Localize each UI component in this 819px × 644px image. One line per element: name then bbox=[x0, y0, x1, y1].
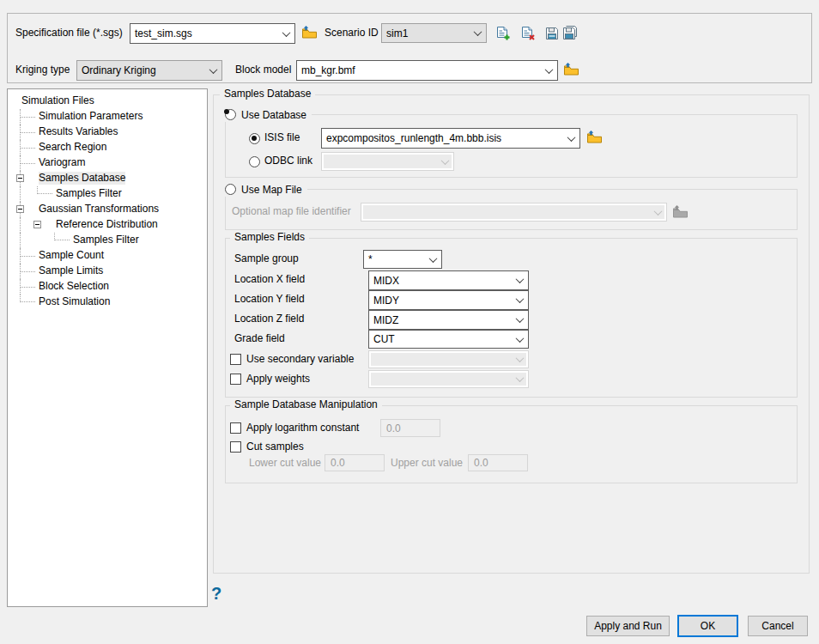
tree-item-simulation-files[interactable]: Simulation Files bbox=[8, 94, 207, 109]
tree-connector-elbow bbox=[37, 186, 52, 194]
tree-item-simulation-parameters[interactable]: Simulation Parameters bbox=[8, 109, 207, 125]
browse-map-file-button-disabled bbox=[671, 204, 689, 220]
tree-item-sample-count[interactable]: Sample Count bbox=[8, 248, 207, 264]
chevron-down-icon bbox=[436, 159, 453, 165]
tree-connector-line bbox=[21, 117, 35, 118]
apply-and-run-button[interactable]: Apply and Run bbox=[586, 616, 670, 636]
chevron-down-icon[interactable] bbox=[511, 337, 528, 343]
location-z-field-combo[interactable]: MIDZ bbox=[368, 310, 529, 330]
location-x-field-label: Location X field bbox=[234, 273, 305, 286]
chevron-down-icon[interactable] bbox=[540, 68, 557, 74]
tree-item-label: Sample Count bbox=[39, 249, 104, 262]
tree: Simulation FilesSimulation ParametersRes… bbox=[7, 88, 208, 607]
grade-field-combo[interactable]: CUT bbox=[368, 330, 529, 349]
use-database-label: Use Database bbox=[241, 109, 306, 121]
chevron-down-icon[interactable] bbox=[277, 31, 294, 37]
block-model-combo[interactable]: mb_kgr.bmf bbox=[296, 60, 558, 81]
browse-block-model-button[interactable] bbox=[562, 62, 579, 77]
use-map-file-radio[interactable] bbox=[225, 184, 236, 195]
browse-spec-file-button[interactable] bbox=[300, 25, 318, 40]
use-database-radio[interactable] bbox=[225, 109, 236, 120]
upper-cut-value: 0.0 bbox=[474, 457, 488, 469]
isis-file-radio[interactable] bbox=[249, 133, 260, 144]
scenario-id-combo[interactable]: sim1 bbox=[381, 23, 487, 43]
tree-item-search-region[interactable]: Search Region bbox=[8, 140, 207, 155]
simulation-dialog: Specification file (*.sgs) test_sim.sgs … bbox=[0, 0, 819, 644]
chevron-down-icon[interactable] bbox=[204, 68, 221, 74]
tree-item-samples-filter[interactable]: Samples Filter bbox=[8, 186, 207, 202]
spec-file-combo[interactable]: test_sim.sgs bbox=[130, 23, 295, 44]
location-y-field-label: Location Y field bbox=[234, 293, 305, 306]
apply-weights-checkbox[interactable] bbox=[230, 374, 241, 385]
open-folder-icon bbox=[563, 63, 579, 76]
tree-connector-line bbox=[21, 271, 35, 272]
location-x-field-combo[interactable]: MIDX bbox=[368, 270, 529, 290]
kriging-type-label: Kriging type bbox=[15, 64, 70, 76]
tree-item-label: Reference Distribution bbox=[56, 218, 158, 231]
location-y-field-combo[interactable]: MIDY bbox=[368, 290, 529, 310]
browse-isis-file-button[interactable] bbox=[585, 130, 603, 145]
chevron-down-icon[interactable] bbox=[511, 297, 528, 303]
tree-item-reference-distribution[interactable]: Reference Distribution bbox=[8, 217, 207, 233]
isis-file-label: ISIS file bbox=[264, 131, 300, 144]
tree-item-post-simulation[interactable]: Post Simulation bbox=[8, 295, 207, 310]
tree-expander-collapse-icon[interactable] bbox=[33, 221, 41, 228]
block-model-label: Block model bbox=[235, 64, 291, 76]
use-secondary-variable-label: Use secondary variable bbox=[246, 353, 354, 366]
use-database-radio-row[interactable]: Use Database bbox=[222, 107, 312, 122]
tree-expander-collapse-icon[interactable] bbox=[16, 205, 24, 213]
tree-item-samples-database[interactable]: Samples Database bbox=[8, 171, 207, 186]
sample-group-combo[interactable]: * bbox=[363, 250, 442, 269]
tree-item-label: Variogram bbox=[39, 156, 85, 169]
kriging-type-combo[interactable]: Ordinary Kriging bbox=[76, 60, 222, 81]
tree-item-block-selection[interactable]: Block Selection bbox=[8, 279, 207, 295]
tree-item-samples-filter[interactable]: Samples Filter bbox=[8, 233, 207, 248]
location-z-field-label: Location Z field bbox=[234, 313, 304, 325]
tree-connector-line bbox=[21, 256, 35, 257]
location-x-field-value: MIDX bbox=[369, 275, 511, 287]
tree-item-label: Gaussian Transformations bbox=[39, 203, 159, 216]
isis-file-combo[interactable]: expcompositos_runlength_4m.bbb.isis bbox=[321, 128, 580, 149]
new-scenario-button[interactable] bbox=[494, 25, 512, 42]
tree-connector-line bbox=[21, 132, 35, 133]
sample-group-value: * bbox=[364, 253, 424, 265]
ok-button[interactable]: OK bbox=[677, 615, 738, 637]
help-button[interactable]: ? bbox=[211, 584, 221, 603]
lower-cut-value-label: Lower cut value bbox=[249, 457, 321, 470]
delete-scenario-icon bbox=[521, 26, 536, 41]
save-scenario-as-button[interactable] bbox=[561, 24, 579, 41]
tree-item-gaussian-transformations[interactable]: Gaussian Transformations bbox=[8, 202, 207, 217]
isis-file-value: expcompositos_runlength_4m.bbb.isis bbox=[322, 132, 562, 144]
cut-samples-checkbox[interactable] bbox=[230, 441, 241, 453]
save-scenario-button[interactable] bbox=[544, 26, 560, 41]
tree-item-label: Sample Limits bbox=[39, 264, 103, 277]
tree-item-label: Samples Database bbox=[39, 172, 125, 185]
tree-item-variogram[interactable]: Variogram bbox=[8, 155, 207, 171]
apply-weights-combo bbox=[368, 370, 529, 388]
new-scenario-icon bbox=[496, 26, 511, 41]
chevron-down-icon[interactable] bbox=[424, 257, 441, 263]
tree-guide-line bbox=[20, 217, 21, 233]
use-secondary-variable-checkbox[interactable] bbox=[230, 354, 241, 365]
tree-connector-line bbox=[21, 287, 35, 288]
tree-expander-collapse-icon[interactable] bbox=[16, 174, 24, 182]
tree-item-label: Results Variables bbox=[39, 125, 118, 138]
tree-item-results-variables[interactable]: Results Variables bbox=[8, 125, 207, 140]
lower-cut-value-input: 0.0 bbox=[325, 454, 385, 471]
delete-scenario-button[interactable] bbox=[519, 25, 537, 42]
odbc-link-radio[interactable] bbox=[249, 156, 260, 167]
scenario-id-label: Scenario ID bbox=[325, 27, 379, 39]
samples-fields-group-title: Samples Fields bbox=[230, 231, 309, 244]
chevron-down-icon[interactable] bbox=[511, 277, 528, 283]
chevron-down-icon bbox=[511, 376, 528, 382]
use-map-file-radio-row[interactable]: Use Map File bbox=[222, 182, 307, 197]
chevron-down-icon[interactable] bbox=[562, 136, 579, 142]
tree-item-sample-limits[interactable]: Sample Limits bbox=[8, 264, 207, 279]
tree-item-label: Samples Filter bbox=[56, 187, 122, 200]
apply-logarithm-constant-checkbox[interactable] bbox=[230, 422, 241, 434]
cancel-button[interactable]: Cancel bbox=[748, 616, 808, 636]
sample-database-manipulation-group bbox=[225, 405, 798, 483]
chevron-down-icon[interactable] bbox=[469, 30, 486, 36]
open-folder-disabled-icon bbox=[672, 205, 689, 219]
chevron-down-icon[interactable] bbox=[511, 317, 528, 323]
